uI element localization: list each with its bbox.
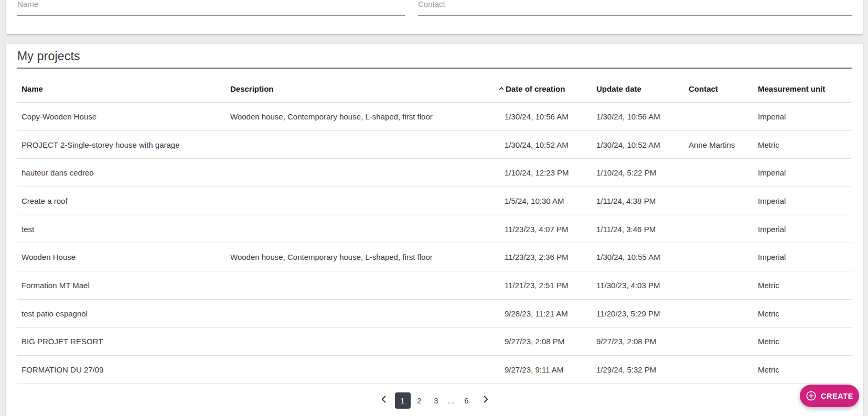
cell-updated: 1/30/24, 10:52 AM: [596, 140, 689, 149]
cell-updated: 11/20/23, 5:29 PM: [596, 309, 689, 318]
cell-created: 1/10/24, 12:23 PM: [505, 168, 596, 177]
plus-circle-icon: [806, 390, 817, 401]
cell-name: Wooden House: [17, 253, 230, 261]
cell-updated: 1/10/24, 5:22 PM: [596, 168, 689, 177]
table-row[interactable]: FORMATION DU 27/099/27/23, 9:11 AM1/29/2…: [17, 356, 852, 384]
cell-updated: 11/30/23, 4:03 PM: [596, 281, 689, 290]
table-row[interactable]: Wooden HouseWooden house, Contemporary h…: [17, 243, 852, 271]
page-button-2[interactable]: 2: [412, 392, 427, 409]
pagination-prev-button[interactable]: [373, 392, 394, 409]
cell-name: Copy-Wooden House: [17, 112, 230, 121]
column-header-label: Description: [230, 84, 274, 93]
cell-unit: Metric: [758, 281, 852, 290]
cell-name: FORMATION DU 27/09: [17, 365, 230, 374]
column-header-date-of-creation[interactable]: Date of creation: [505, 84, 596, 93]
column-header-label: Name: [22, 84, 43, 93]
cell-name: hauteur dans cedreo: [17, 168, 230, 177]
cell-updated: 1/11/24, 3:46 PM: [596, 225, 689, 234]
pagination-pages: 123…6: [394, 392, 475, 409]
cell-updated: 9/27/23, 2:08 PM: [596, 337, 689, 346]
column-header-description[interactable]: Description: [230, 84, 505, 93]
cell-created: 9/27/23, 9:11 AM: [505, 365, 596, 374]
page-title: My projects: [17, 49, 80, 63]
cell-created: 1/30/24, 10:56 AM: [505, 112, 596, 121]
contact-field-wrap: [418, 0, 852, 16]
cell-updated: 1/29/24, 5:32 PM: [596, 365, 689, 374]
page-button-3[interactable]: 3: [428, 392, 444, 409]
cell-unit: Metric: [758, 309, 852, 318]
cell-description: Wooden house, Contemporary house, L-shap…: [230, 112, 505, 121]
pagination-next-button[interactable]: [475, 392, 496, 409]
table-row[interactable]: BIG PROJET RESORT9/27/23, 2:08 PM9/27/23…: [17, 328, 852, 356]
create-button-label: CREATE: [821, 392, 853, 400]
cell-name: Formation MT Mael: [17, 281, 230, 290]
cell-name: Create a roof: [17, 196, 230, 205]
table-header-row: Name Description Date of creation Update…: [17, 69, 852, 103]
cell-unit: Imperial: [758, 168, 852, 177]
cell-updated: 1/30/24, 10:56 AM: [596, 112, 689, 121]
cell-unit: Imperial: [758, 112, 852, 121]
cell-unit: Imperial: [758, 196, 852, 205]
cell-created: 11/21/23, 2:51 PM: [505, 281, 596, 290]
table-body: Copy-Wooden HouseWooden house, Contempor…: [17, 103, 852, 384]
create-button[interactable]: CREATE: [800, 385, 859, 407]
cell-created: 9/28/23, 11:21 AM: [505, 309, 596, 318]
table-row[interactable]: test11/23/23, 4:07 PM1/11/24, 3:46 PMImp…: [17, 215, 852, 244]
column-header-label: Contact: [689, 84, 718, 93]
pagination: 123…6: [6, 392, 863, 409]
cell-name: BIG PROJET RESORT: [17, 337, 230, 346]
cell-created: 11/23/23, 4:07 PM: [505, 225, 596, 234]
sort-ascending-icon: [498, 85, 505, 92]
projects-table: Name Description Date of creation Update…: [17, 69, 852, 384]
cell-created: 9/27/23, 2:08 PM: [505, 337, 596, 346]
cell-created: 1/30/24, 10:52 AM: [505, 140, 596, 149]
cell-unit: Imperial: [758, 253, 852, 261]
table-row[interactable]: Copy-Wooden HouseWooden house, Contempor…: [17, 103, 852, 131]
pagination-ellipsis: …: [445, 392, 458, 409]
cell-contact: Anne Martins: [689, 140, 758, 149]
table-row[interactable]: PROJECT 2-Single-storey house with garag…: [17, 131, 852, 159]
column-header-measurement-unit[interactable]: Measurement unit: [758, 84, 852, 93]
chevron-left-icon: [380, 395, 388, 406]
name-filter-input[interactable]: [17, 0, 405, 16]
table-row[interactable]: hauteur dans cedreo1/10/24, 12:23 PM1/10…: [17, 159, 852, 187]
page-button-1[interactable]: 1: [395, 392, 411, 409]
name-field-wrap: [17, 0, 405, 16]
column-header-label: Update date: [596, 84, 641, 93]
cell-description: Wooden house, Contemporary house, L-shap…: [230, 253, 505, 261]
column-header-update-date[interactable]: Update date: [596, 84, 689, 93]
cell-created: 11/23/23, 2:36 PM: [505, 253, 596, 261]
table-row[interactable]: Formation MT Mael11/21/23, 2:51 PM11/30/…: [17, 271, 852, 300]
table-row[interactable]: Create a roof1/5/24, 10:30 AM1/11/24, 4:…: [17, 187, 852, 215]
cell-unit: Imperial: [758, 225, 852, 234]
table-row[interactable]: test patio espagnol9/28/23, 11:21 AM11/2…: [17, 300, 852, 328]
filter-card: [6, 0, 863, 34]
cell-unit: Metric: [758, 337, 852, 346]
column-header-label: Measurement unit: [758, 84, 825, 93]
column-header-label: Date of creation: [506, 84, 565, 93]
projects-card: My projects Name Description Date of cre…: [6, 44, 863, 416]
cell-created: 1/5/24, 10:30 AM: [505, 196, 596, 205]
column-header-contact[interactable]: Contact: [689, 84, 758, 93]
cell-name: test patio espagnol: [17, 309, 230, 318]
cell-name: PROJECT 2-Single-storey house with garag…: [17, 140, 230, 149]
cell-updated: 1/30/24, 10:55 AM: [596, 253, 689, 261]
cell-name: test: [17, 225, 230, 234]
cell-unit: Metric: [758, 140, 852, 149]
cell-unit: Metric: [758, 365, 852, 374]
column-header-name[interactable]: Name: [17, 84, 230, 93]
chevron-right-icon: [481, 395, 490, 406]
contact-filter-input[interactable]: [418, 0, 852, 16]
cell-updated: 1/11/24, 4:38 PM: [596, 196, 689, 205]
page-button-6[interactable]: 6: [459, 392, 475, 409]
